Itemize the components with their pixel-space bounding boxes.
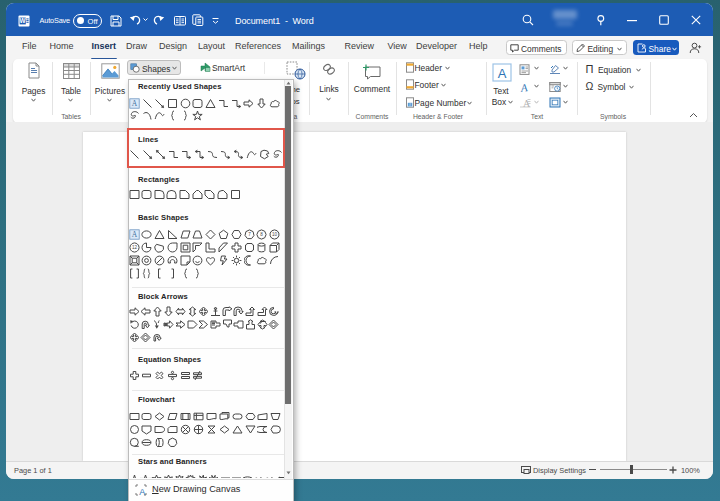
svg-text:A: A xyxy=(131,230,137,239)
svg-text:10: 10 xyxy=(272,232,278,237)
svg-text:W: W xyxy=(20,17,27,24)
svg-text:12: 12 xyxy=(131,245,137,250)
svg-text:A: A xyxy=(497,65,506,80)
svg-text:A: A xyxy=(523,97,531,108)
svg-text:A: A xyxy=(519,81,529,93)
svg-text:7: 7 xyxy=(248,232,251,237)
svg-text:A: A xyxy=(139,487,145,496)
svg-text:A: A xyxy=(132,99,138,108)
svg-text:#: # xyxy=(409,103,411,107)
svg-text:8: 8 xyxy=(261,232,264,237)
